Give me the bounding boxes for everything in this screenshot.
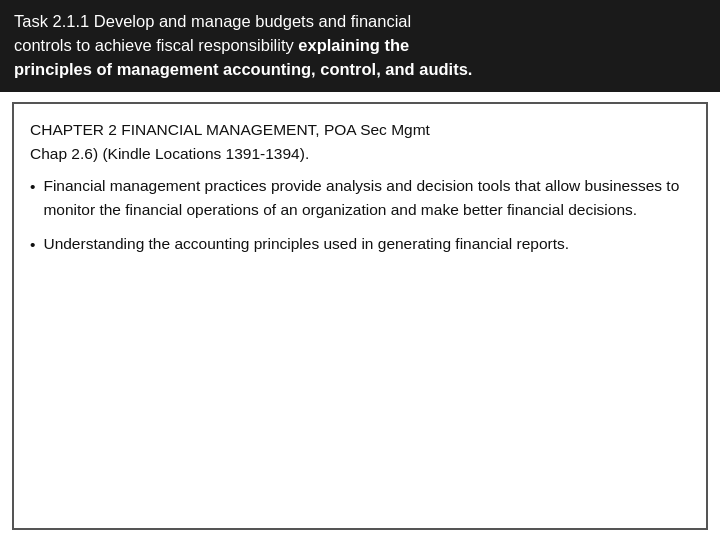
bullet-text-1: Financial management practices provide a… (43, 174, 690, 222)
content-title-line1: CHAPTER 2 FINANCIAL MANAGEMENT, POA Sec … (30, 121, 430, 138)
bullet-icon: • (30, 233, 35, 257)
content-section: CHAPTER 2 FINANCIAL MANAGEMENT, POA Sec … (12, 102, 708, 530)
bullet-list: • Financial management practices provide… (30, 174, 690, 257)
header-line3: principles of management accounting, con… (14, 60, 472, 78)
content-title: CHAPTER 2 FINANCIAL MANAGEMENT, POA Sec … (30, 118, 690, 166)
content-subtitle: Chap 2.6) (Kindle Locations 1391-1394). (30, 145, 309, 162)
header-line1: Task 2.1.1 Develop and manage budgets an… (14, 12, 411, 30)
header-line2-bold: explaining the (298, 36, 409, 54)
bullet-icon: • (30, 175, 35, 199)
header-section: Task 2.1.1 Develop and manage budgets an… (0, 0, 720, 92)
page-container: Task 2.1.1 Develop and manage budgets an… (0, 0, 720, 540)
header-line2-normal: controls to achieve fiscal responsibilit… (14, 36, 298, 54)
bullet-text-2: Understanding the accounting principles … (43, 232, 569, 256)
list-item: • Financial management practices provide… (30, 174, 690, 222)
list-item: • Understanding the accounting principle… (30, 232, 690, 257)
